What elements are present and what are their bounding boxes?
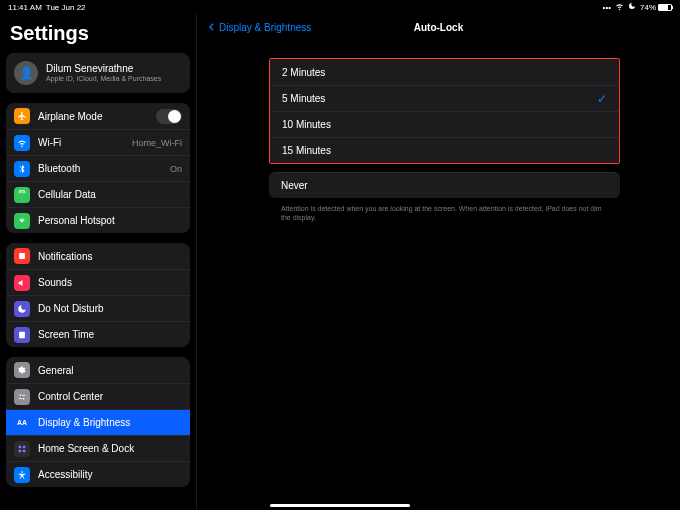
svg-point-12 [21,471,23,473]
dnd-icon [628,2,636,12]
option-5min[interactable]: 5 Minutes ✓ [270,85,619,111]
option-label: 2 Minutes [282,67,325,78]
airplane-toggle[interactable] [156,109,182,124]
status-date: Tue Jun 22 [46,3,86,12]
option-label: 5 Minutes [282,93,325,104]
hotspot-icon [14,213,30,229]
main-pane: Display & Brightness Auto-Lock 2 Minutes… [197,14,680,510]
control-center-icon [14,389,30,405]
sidebar-item-cellular[interactable]: Cellular Data [6,181,190,207]
svg-rect-5 [22,394,25,395]
option-label: Never [281,180,308,191]
display-icon: AA [14,415,30,431]
notifications-label: Notifications [38,251,182,262]
airplane-label: Airplane Mode [38,111,148,122]
profile-sub: Apple ID, iCloud, Media & Purchases [46,75,161,83]
option-2min[interactable]: 2 Minutes [270,59,619,85]
sidebar-item-screentime[interactable]: Screen Time [6,321,190,347]
profile-row[interactable]: 👤 Dilum Senevirathne Apple ID, iCloud, M… [6,53,190,93]
screentime-label: Screen Time [38,329,182,340]
alerts-group: Notifications Sounds Do Not Disturb Scre… [6,243,190,347]
cellular-icon [14,187,30,203]
battery-pct: 74% [640,3,656,12]
bluetooth-label: Bluetooth [38,163,162,174]
svg-rect-8 [19,445,22,448]
checkmark-icon: ✓ [597,92,607,106]
autolock-options: 2 Minutes 5 Minutes ✓ 10 Minutes 15 Minu… [269,58,620,164]
hotspot-label: Personal Hotspot [38,215,182,226]
status-time: 11:41 AM [8,3,42,12]
sidebar-item-display[interactable]: AA Display & Brightness [6,409,190,435]
control-center-label: Control Center [38,391,182,402]
option-10min[interactable]: 10 Minutes [270,111,619,137]
dnd-settings-icon [14,301,30,317]
sidebar-item-accessibility[interactable]: Accessibility [6,461,190,487]
nav-bar: Display & Brightness Auto-Lock [197,14,680,40]
option-15min[interactable]: 15 Minutes [270,137,619,163]
dnd-label: Do Not Disturb [38,303,182,314]
footer-note: Attention is detected when you are looki… [269,198,620,222]
wifi-icon [14,135,30,151]
accessibility-icon [14,467,30,483]
battery-indicator: 74% [640,3,672,12]
svg-rect-2 [19,331,25,338]
sidebar-item-control-center[interactable]: Control Center [6,383,190,409]
option-label: 15 Minutes [282,145,331,156]
option-never[interactable]: Never [269,172,620,198]
notifications-icon [14,248,30,264]
sidebar-item-airplane[interactable]: Airplane Mode [6,103,190,129]
sidebar-item-dnd[interactable]: Do Not Disturb [6,295,190,321]
general-icon [14,362,30,378]
connectivity-group: Airplane Mode Wi-Fi Home_Wi-Fi Bluetooth… [6,103,190,233]
svg-rect-7 [19,398,22,399]
screentime-icon [14,327,30,343]
sounds-icon [14,275,30,291]
signal-icon: ••• [603,3,611,12]
svg-rect-11 [23,449,25,452]
option-label: 10 Minutes [282,119,331,130]
sidebar-item-general[interactable]: General [6,357,190,383]
wifi-icon [615,2,624,13]
cellular-label: Cellular Data [38,189,182,200]
sidebar-item-sounds[interactable]: Sounds [6,269,190,295]
home-indicator[interactable] [270,504,410,507]
svg-point-0 [21,219,24,222]
sidebar-item-notifications[interactable]: Notifications [6,243,190,269]
bluetooth-icon [14,161,30,177]
sidebar-item-bluetooth[interactable]: Bluetooth On [6,155,190,181]
home-icon [14,441,30,457]
system-group: General Control Center AA Display & Brig… [6,357,190,487]
svg-point-6 [23,397,25,399]
back-label: Display & Brightness [219,22,311,33]
profile-group: 👤 Dilum Senevirathne Apple ID, iCloud, M… [6,53,190,93]
accessibility-label: Accessibility [38,469,182,480]
svg-point-4 [20,394,22,396]
svg-rect-9 [23,445,25,448]
sidebar-item-home[interactable]: Home Screen & Dock [6,435,190,461]
svg-rect-1 [19,253,25,259]
status-bar: 11:41 AM Tue Jun 22 ••• 74% [0,0,680,14]
bluetooth-value: On [170,164,182,174]
wifi-value: Home_Wi-Fi [132,138,182,148]
avatar: 👤 [14,61,38,85]
home-label: Home Screen & Dock [38,443,182,454]
display-label: Display & Brightness [38,417,182,428]
airplane-icon [14,108,30,124]
settings-title: Settings [6,18,190,53]
sidebar: Settings 👤 Dilum Senevirathne Apple ID, … [0,14,197,510]
wifi-label: Wi-Fi [38,137,124,148]
sidebar-item-wifi[interactable]: Wi-Fi Home_Wi-Fi [6,129,190,155]
back-button[interactable]: Display & Brightness [207,22,311,33]
profile-name: Dilum Senevirathne [46,63,161,75]
general-label: General [38,365,182,376]
svg-rect-10 [19,449,22,452]
sounds-label: Sounds [38,277,182,288]
sidebar-item-hotspot[interactable]: Personal Hotspot [6,207,190,233]
